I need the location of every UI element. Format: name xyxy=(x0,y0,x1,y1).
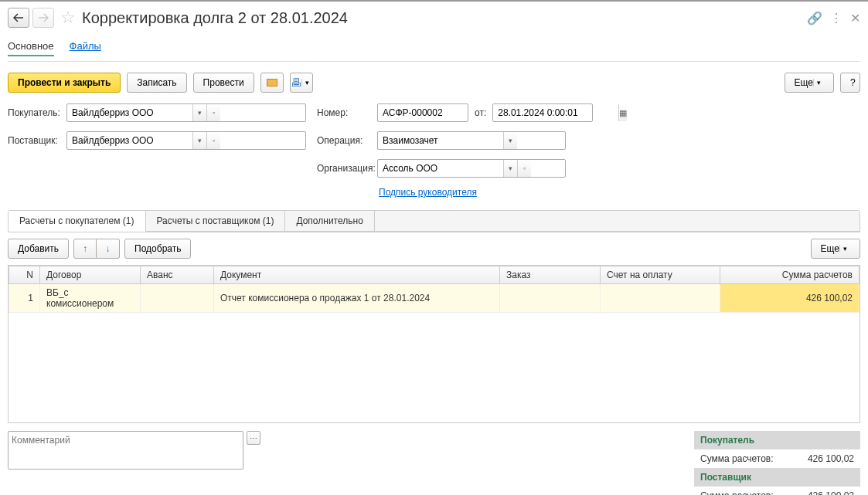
number-label: Номер: xyxy=(317,107,371,118)
nav-tab-main[interactable]: Основное xyxy=(8,37,54,56)
dropdown-icon[interactable]: ▾ xyxy=(192,132,206,149)
dropdown-icon[interactable]: ▾ xyxy=(503,160,517,177)
col-order[interactable]: Заказ xyxy=(500,266,601,284)
col-contract[interactable]: Договор xyxy=(40,266,141,284)
back-button[interactable] xyxy=(8,8,29,28)
open-icon[interactable]: ▫ xyxy=(517,160,531,177)
move-up-button[interactable]: ↑ xyxy=(73,239,97,259)
totals-buyer-value: 426 100,02 xyxy=(808,453,854,464)
totals-buyer-label: Сумма расчетов: xyxy=(700,453,774,464)
cell-advance[interactable] xyxy=(141,284,214,313)
calculations-grid[interactable]: N Договор Аванс Документ Заказ Счет на о… xyxy=(8,265,860,423)
col-invoice[interactable]: Счет на оплату xyxy=(601,266,720,284)
col-advance[interactable]: Аванс xyxy=(141,266,214,284)
cell-document[interactable]: Отчет комиссионера о продажах 1 от 28.01… xyxy=(214,284,500,313)
add-row-button[interactable]: Добавить xyxy=(8,239,69,259)
col-amount[interactable]: Сумма расчетов xyxy=(720,266,859,284)
open-icon[interactable]: ▫ xyxy=(206,132,220,149)
post-button[interactable]: Провести xyxy=(193,73,254,93)
tab-buyer-calc[interactable]: Расчеты с покупателем (1) xyxy=(9,211,146,232)
date-from-label: от: xyxy=(475,107,486,118)
post-and-close-button[interactable]: Провести и закрыть xyxy=(8,73,121,93)
printer-icon: 🖶 xyxy=(291,76,301,89)
envelope-icon xyxy=(267,79,277,86)
open-icon[interactable]: ▫ xyxy=(206,104,220,121)
dropdown-icon[interactable]: ▾ xyxy=(503,132,517,149)
tab-additional[interactable]: Дополнительно xyxy=(285,211,374,231)
organization-input[interactable] xyxy=(378,160,503,177)
operation-label: Операция: xyxy=(317,135,371,146)
grid-more-button[interactable]: Еще ▾ xyxy=(811,239,860,259)
pick-button[interactable]: Подобрать xyxy=(124,239,191,259)
supplier-label: Поставщик: xyxy=(8,135,60,146)
arrow-up-icon: ↑ xyxy=(83,243,87,254)
dropdown-icon[interactable]: ▾ xyxy=(192,104,206,121)
more-button[interactable]: Еще ▾ xyxy=(785,73,834,93)
table-row[interactable]: 1 ВБ_с комиссионером Отчет комиссионера … xyxy=(9,284,859,313)
expand-button[interactable]: ⋯ xyxy=(247,431,260,445)
tab-supplier-calc[interactable]: Расчеты с поставщиком (1) xyxy=(146,211,286,231)
date-input[interactable] xyxy=(493,104,618,121)
col-n[interactable]: N xyxy=(9,266,40,284)
forward-button xyxy=(32,8,54,28)
move-down-button[interactable]: ↓ xyxy=(97,239,120,259)
cell-contract[interactable]: ВБ_с комиссионером xyxy=(40,284,141,313)
totals-supplier-header: Поставщик xyxy=(694,468,860,487)
supplier-input[interactable] xyxy=(67,132,192,149)
chevron-down-icon: ▾ xyxy=(813,79,824,86)
document-title: Корректировка долга 2 от 28.01.2024 xyxy=(82,9,348,27)
buyer-label: Покупатель: xyxy=(8,107,60,118)
totals-supplier-value: 426 100,02 xyxy=(808,490,854,495)
cell-invoice[interactable] xyxy=(601,284,720,313)
print-button[interactable]: 🖶▾ xyxy=(290,73,313,93)
help-button[interactable]: ? xyxy=(840,73,860,93)
col-document[interactable]: Документ xyxy=(214,266,500,284)
nav-tab-files[interactable]: Файлы xyxy=(70,37,101,56)
cell-n[interactable]: 1 xyxy=(9,284,40,313)
totals-supplier-label: Сумма расчетов: xyxy=(700,490,774,495)
organization-label: Организация: xyxy=(317,163,371,174)
menu-dots-icon[interactable]: ⋮ xyxy=(830,11,842,25)
save-button[interactable]: Записать xyxy=(127,73,186,93)
chevron-down-icon: ▾ xyxy=(301,79,312,86)
chevron-down-icon: ▾ xyxy=(839,245,850,253)
cell-order[interactable] xyxy=(500,284,601,313)
calendar-icon[interactable]: ▦ xyxy=(618,104,627,121)
totals-buyer-header: Покупатель xyxy=(694,431,860,449)
comment-textarea[interactable] xyxy=(8,431,243,470)
close-icon[interactable]: ✕ xyxy=(850,11,860,25)
email-button[interactable] xyxy=(260,73,284,93)
link-icon[interactable]: 🔗 xyxy=(807,11,822,25)
operation-input[interactable] xyxy=(378,132,503,149)
cell-amount[interactable]: 426 100,02 xyxy=(720,284,859,313)
signature-link[interactable]: Подпись руководителя xyxy=(379,187,477,198)
favorite-star-icon[interactable]: ☆ xyxy=(60,8,76,28)
buyer-input[interactable] xyxy=(67,104,192,121)
arrow-down-icon: ↓ xyxy=(106,243,111,254)
